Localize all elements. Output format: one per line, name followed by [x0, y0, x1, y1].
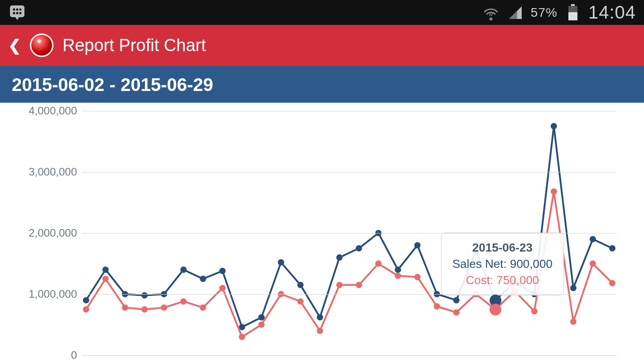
wifi-icon — [482, 4, 500, 22]
data-point[interactable] — [570, 285, 577, 291]
tooltip-cost: Cost: 750,000 — [452, 272, 553, 288]
data-point[interactable] — [395, 267, 401, 273]
svg-point-3 — [19, 8, 22, 10]
data-point[interactable] — [297, 298, 303, 305]
data-point[interactable] — [375, 261, 382, 267]
clock: 14:04 — [588, 2, 636, 23]
data-point[interactable] — [180, 298, 187, 305]
data-point[interactable] — [570, 319, 577, 325]
profit-chart[interactable]: 01,000,0002,000,0003,000,0004,000,000 20… — [0, 103, 644, 111]
y-axis-label: 1,000,000 — [14, 288, 77, 300]
page-title: Report Profit Chart — [62, 36, 206, 55]
gridline — [82, 355, 617, 356]
battery-icon — [564, 4, 582, 22]
app-header: ❮ Report Profit Chart — [0, 25, 644, 67]
data-point[interactable] — [83, 306, 89, 313]
gridline — [82, 233, 617, 233]
tooltip-sales: Sales Net: 900,000 — [452, 256, 553, 272]
data-point[interactable] — [141, 292, 148, 299]
highlight-dot-cost — [490, 304, 501, 315]
battery-percent: 57% — [531, 5, 557, 20]
data-point[interactable] — [317, 328, 323, 334]
data-point[interactable] — [434, 303, 440, 310]
data-point[interactable] — [551, 123, 557, 129]
data-point[interactable] — [609, 280, 615, 286]
svg-point-1 — [13, 8, 15, 10]
svg-rect-0 — [10, 5, 24, 17]
svg-rect-7 — [571, 4, 575, 6]
y-axis-label: 3,000,000 — [14, 166, 77, 178]
data-point[interactable] — [453, 310, 460, 316]
cell-signal-icon — [506, 4, 524, 22]
data-point[interactable] — [297, 282, 303, 288]
tooltip-date: 2015-06-23 — [452, 239, 553, 256]
data-point[interactable] — [453, 297, 460, 304]
gridline — [82, 111, 617, 111]
data-point[interactable] — [219, 268, 226, 274]
data-point[interactable] — [356, 282, 362, 288]
data-point[interactable] — [239, 334, 245, 340]
data-point[interactable] — [141, 306, 148, 313]
data-point[interactable] — [356, 245, 362, 252]
data-point[interactable] — [278, 259, 284, 266]
back-chevron-icon[interactable]: ❮ — [8, 36, 21, 54]
data-point[interactable] — [551, 188, 557, 195]
svg-point-4 — [13, 12, 15, 14]
data-point[interactable] — [531, 308, 538, 314]
data-point[interactable] — [102, 267, 109, 273]
app-logo-icon[interactable] — [30, 33, 53, 57]
chart-tooltip: 2015-06-23 Sales Net: 900,000 Cost: 750,… — [441, 233, 564, 295]
data-point[interactable] — [200, 305, 206, 311]
data-point[interactable] — [414, 242, 421, 248]
y-axis-label: 4,000,000 — [14, 105, 77, 117]
data-point[interactable] — [180, 267, 187, 273]
data-point[interactable] — [590, 261, 596, 267]
data-point[interactable] — [200, 276, 206, 282]
data-point[interactable] — [83, 297, 89, 304]
svg-rect-9 — [568, 12, 577, 20]
gridline — [82, 294, 617, 295]
data-point[interactable] — [258, 322, 264, 328]
data-point[interactable] — [336, 282, 342, 288]
y-axis-label: 0 — [14, 349, 77, 362]
gridline — [82, 172, 617, 172]
data-point[interactable] — [219, 285, 226, 291]
data-point[interactable] — [122, 305, 128, 311]
system-status-bar: 57% 14:04 — [0, 0, 644, 25]
svg-point-5 — [16, 12, 19, 14]
data-point[interactable] — [161, 305, 167, 311]
data-point[interactable] — [414, 274, 421, 280]
data-point[interactable] — [609, 245, 615, 252]
svg-point-2 — [16, 8, 19, 10]
bbm-icon — [8, 4, 26, 22]
date-range-bar[interactable]: 2015-06-02 - 2015-06-29 — [0, 67, 644, 103]
data-point[interactable] — [317, 314, 323, 320]
data-point[interactable] — [590, 236, 596, 243]
svg-point-6 — [19, 12, 22, 14]
data-point[interactable] — [395, 273, 401, 279]
y-axis-label: 2,000,000 — [14, 227, 77, 239]
date-range-text: 2015-06-02 - 2015-06-29 — [12, 75, 213, 95]
data-point[interactable] — [102, 276, 109, 282]
data-point[interactable] — [336, 254, 342, 261]
